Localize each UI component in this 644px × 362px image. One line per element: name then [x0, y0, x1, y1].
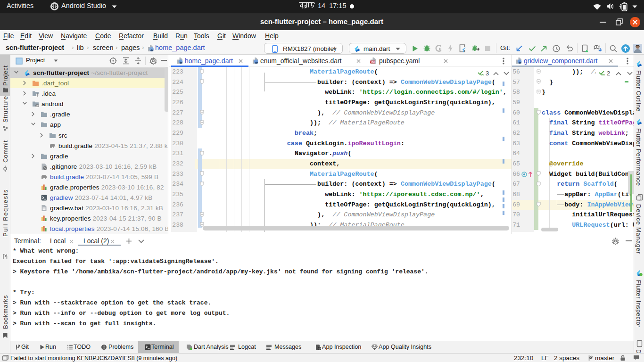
- svg-text:YML: YML: [371, 61, 376, 64]
